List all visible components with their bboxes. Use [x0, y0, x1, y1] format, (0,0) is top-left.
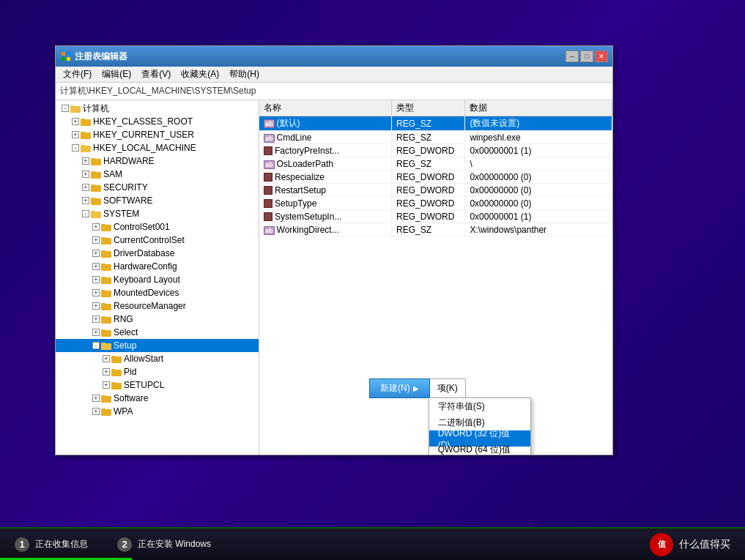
- maximize-button[interactable]: □: [580, 51, 593, 62]
- tree-item-hardwareconfig[interactable]: + HardwareConfig: [56, 260, 259, 273]
- expand-icon-keyboard-layout[interactable]: +: [92, 276, 100, 283]
- tree-item-setup[interactable]: - Setup: [56, 339, 259, 352]
- tree-label-currentcontrolset: CurrentControlSet: [114, 235, 185, 245]
- folder-icon-computer: [70, 104, 81, 113]
- tree-item-system[interactable]: - SYSTEM: [56, 207, 259, 220]
- tree-item-security[interactable]: + SECURITY: [56, 181, 259, 194]
- tree-label-computer: 计算机: [83, 102, 109, 115]
- table-row[interactable]: ab(默认) REG_SZ (数值未设置): [259, 116, 612, 131]
- menu-edit[interactable]: 编辑(E): [97, 67, 136, 82]
- taskbar-logo: 值 什么值得买: [650, 533, 745, 556]
- expand-icon-select[interactable]: +: [92, 329, 100, 336]
- tree-item-sam[interactable]: + SAM: [56, 168, 259, 181]
- cell-data: 0x00000001 (1): [465, 144, 612, 157]
- tree-panel[interactable]: - 计算机 + HKEY_CLASSES_ROOT: [56, 100, 259, 455]
- svg-rect-29: [101, 264, 105, 265]
- tree-item-current-user[interactable]: + HKEY_CURRENT_USER: [56, 128, 259, 141]
- table-row[interactable]: SystemSetupIn... REG_DWORD 0x00000001 (1…: [259, 210, 612, 223]
- folder-icon-allowstart: [111, 354, 122, 363]
- table-row[interactable]: abOsLoaderPath REG_SZ \: [259, 157, 612, 171]
- expand-icon-hardware[interactable]: +: [82, 157, 89, 165]
- svg-rect-34: [101, 304, 111, 310]
- expand-icon-sam[interactable]: +: [82, 171, 89, 178]
- menu-favorites[interactable]: 收藏夹(A): [177, 67, 223, 82]
- tree-item-currentcontrolset[interactable]: + CurrentControlSet: [56, 234, 259, 247]
- tree-item-local-machine[interactable]: - HKEY_LOCAL_MACHINE: [56, 141, 259, 154]
- tree-item-setupcl[interactable]: + SETUPCL: [56, 378, 259, 392]
- submenu-item-string[interactable]: 字符串值(S): [429, 398, 530, 414]
- expand-icon-setup[interactable]: -: [92, 342, 100, 349]
- folder-icon-system: [91, 209, 101, 218]
- new-button[interactable]: 新建(N) ▶: [369, 378, 430, 398]
- expand-icon-allowstart[interactable]: +: [103, 355, 110, 362]
- expand-icon-classes-root[interactable]: +: [72, 118, 79, 125]
- tree-item-wpa[interactable]: + WPA: [56, 405, 259, 418]
- expand-icon-software[interactable]: +: [82, 197, 89, 204]
- expand-icon-software-lm[interactable]: +: [92, 395, 100, 402]
- expand-icon-mounteddevices[interactable]: +: [92, 289, 100, 296]
- tree-item-rng[interactable]: + RNG: [56, 313, 259, 326]
- expand-icon-controlset001[interactable]: +: [92, 223, 100, 231]
- expand-icon-rng[interactable]: +: [92, 316, 100, 323]
- cell-data: winpeshl.exe: [465, 131, 612, 144]
- tree-item-allowstart[interactable]: + AllowStart: [56, 352, 259, 365]
- svg-rect-24: [101, 238, 111, 244]
- expand-icon-pid[interactable]: +: [103, 368, 110, 376]
- tree-label-allowstart: AllowStart: [124, 354, 163, 364]
- submenu-item-qword[interactable]: QWORD (64 位)值(Q): [429, 447, 530, 455]
- tree-item-resourcemanager[interactable]: + ResourceManager: [56, 299, 259, 313]
- svg-rect-15: [91, 171, 95, 173]
- tree-item-hardware[interactable]: + HARDWARE: [56, 154, 259, 168]
- cell-name: SetupType: [259, 197, 392, 210]
- close-button[interactable]: ✕: [595, 51, 608, 62]
- folder-icon-classes-root: [81, 117, 91, 126]
- folder-icon-software: [91, 196, 101, 205]
- svg-rect-5: [70, 105, 75, 107]
- tree-label-rng: RNG: [114, 314, 133, 324]
- folder-icon-controlset001: [101, 223, 111, 231]
- expand-icon-wpa[interactable]: +: [92, 408, 100, 415]
- svg-rect-28: [101, 264, 111, 271]
- new-button-label: 新建(N): [380, 382, 410, 395]
- tree-item-software-lm[interactable]: + Software: [56, 392, 259, 405]
- table-row[interactable]: abCmdLine REG_SZ winpeshl.exe: [259, 131, 612, 144]
- tree-label-software: SOFTWARE: [103, 195, 153, 206]
- menu-help[interactable]: 帮助(H): [225, 67, 264, 82]
- menu-file[interactable]: 文件(F): [59, 67, 96, 82]
- window-icon: [60, 51, 72, 62]
- step-2-text: 正在安装 Windows: [138, 538, 211, 550]
- expand-icon-local-machine[interactable]: -: [72, 144, 79, 152]
- expand-icon-current-user[interactable]: +: [72, 131, 79, 138]
- taskbar-steps: 1 正在收集信息 2 正在安装 Windows: [0, 537, 650, 552]
- tree-item-controlset001[interactable]: + ControlSet001: [56, 220, 259, 234]
- tree-item-pid[interactable]: + Pid: [56, 365, 259, 378]
- table-row[interactable]: SetupType REG_DWORD 0x00000000 (0): [259, 197, 612, 210]
- col-header-type: 类型: [392, 100, 465, 116]
- expand-icon-setupcl[interactable]: +: [103, 381, 110, 389]
- tree-label-select: Select: [114, 327, 138, 337]
- table-row[interactable]: RestartSetup REG_DWORD 0x00000000 (0): [259, 184, 612, 197]
- tree-item-classes-root[interactable]: + HKEY_CLASSES_ROOT: [56, 115, 259, 128]
- expand-icon-computer[interactable]: -: [62, 105, 69, 112]
- tree-label-software-lm: Software: [114, 393, 148, 403]
- address-bar: 计算机\HKEY_LOCAL_MACHINE\SYSTEM\Setup: [56, 83, 612, 100]
- tree-item-computer[interactable]: - 计算机: [56, 102, 259, 115]
- expand-icon-currentcontrolset[interactable]: +: [92, 236, 100, 244]
- tree-item-driverdatabase[interactable]: + DriverDatabase: [56, 247, 259, 260]
- tree-item-keyboard-layout[interactable]: + Keyboard Layout: [56, 273, 259, 286]
- minimize-button[interactable]: ─: [566, 51, 579, 62]
- expand-icon-security[interactable]: +: [82, 184, 89, 191]
- expand-icon-system[interactable]: -: [82, 210, 89, 217]
- menu-view[interactable]: 查看(V): [137, 67, 175, 82]
- table-row[interactable]: abWorkingDirect... REG_SZ X:\windows\pan…: [259, 223, 612, 236]
- tree-item-select[interactable]: + Select: [56, 326, 259, 339]
- expand-icon-resourcemanager[interactable]: +: [92, 302, 100, 310]
- table-row[interactable]: FactoryPreInst... REG_DWORD 0x00000001 (…: [259, 144, 612, 157]
- tree-label-hardwareconfig: HardwareConfig: [114, 261, 177, 272]
- expand-icon-driverdatabase[interactable]: +: [92, 250, 100, 257]
- tree-item-mounteddevices[interactable]: + MountedDevices: [56, 286, 259, 299]
- table-row[interactable]: Respecialize REG_DWORD 0x00000000 (0): [259, 171, 612, 184]
- expand-icon-hardwareconfig[interactable]: +: [92, 263, 100, 270]
- tree-item-software[interactable]: + SOFTWARE: [56, 194, 259, 207]
- svg-rect-39: [101, 329, 105, 331]
